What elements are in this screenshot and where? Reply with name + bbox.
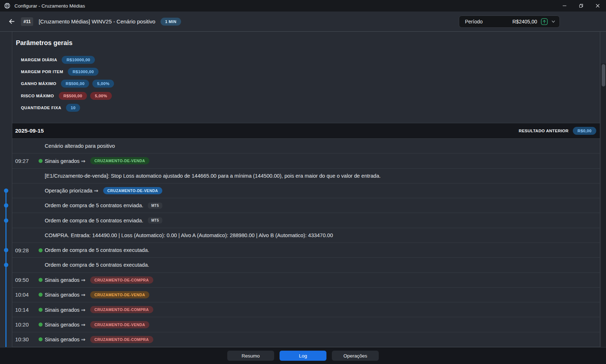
log-time: 09:27 [15, 158, 34, 164]
parameter-value-badge: 5,00% [92, 80, 114, 88]
period-value: R$2405,00 [512, 19, 537, 25]
tab-log[interactable]: Log [280, 351, 326, 361]
chevron-down-icon [551, 19, 556, 24]
close-button[interactable] [589, 0, 606, 12]
status-dot [39, 159, 43, 163]
window-title: Configurar - Cruzamento Médias [14, 3, 85, 9]
log-row: 10:30 Sinais gerados ⇒ CRUZAMENTO-DE-COM… [12, 332, 600, 347]
signal-badge: CRUZAMENTO-DE-VENDA [90, 321, 149, 328]
parameter-row: GANHO MÁXIMO R$500,005,00% [21, 78, 591, 90]
log-message: Cenário alterado para positivo [45, 143, 115, 149]
parameter-value-badge: R$500,00 [59, 92, 87, 100]
signal-badge: CRUZAMENTO-DE-VENDA [90, 291, 149, 298]
content-area: Parâmetros gerais MARGEM DIÁRIA R$10000,… [0, 32, 606, 347]
log-row: Operação priorizada ⇒ CRUZAMENTO-DE-VEND… [12, 183, 600, 198]
signal-badge: MT5 [148, 203, 162, 209]
timeline-dot [4, 203, 8, 208]
title-bar: Configurar - Cruzamento Médias [0, 0, 606, 12]
log-message: Sinais gerados ⇒ [45, 321, 85, 328]
timeline-dot [4, 248, 8, 252]
log-row: 09:50 Sinais gerados ⇒ CRUZAMENTO-DE-COM… [12, 273, 600, 288]
log-time: 10:04 [15, 292, 34, 298]
parameter-label: QUANTIDADE FIXA [21, 106, 61, 110]
back-button[interactable] [6, 17, 17, 27]
parameter-label: MARGEM DIÁRIA [21, 58, 57, 62]
parameter-value-badge: R$500,00 [61, 80, 89, 88]
status-dot [39, 337, 43, 341]
log-message: Sinais gerados ⇒ [45, 336, 85, 342]
signal-badge: CRUZAMENTO-DE-COMPRA [90, 276, 153, 284]
log-row: Ordem de compra de 5 contratos enviada. … [12, 198, 600, 213]
parameter-value-badge: 5,00% [90, 92, 112, 100]
parameter-row: MARGEM POR ITEM R$1000,00 [21, 66, 591, 77]
log-row: 09:28 Ordem de compra de 5 contratos exe… [12, 243, 600, 258]
log-row: Ordem de compra de 5 contratos executada… [12, 258, 600, 272]
status-dot [39, 308, 43, 312]
footer-tab-bar: ResumoLogOperações [0, 347, 606, 364]
period-selector[interactable]: Período R$2405,00 [459, 15, 560, 28]
tab-operacoes[interactable]: Operações [332, 351, 379, 361]
timeline-dot [4, 263, 8, 267]
log-row: [E1/Cruzamento-de-venda]: Stop Loss auto… [12, 169, 600, 183]
parameter-row: MARGEM DIÁRIA R$10000,00 [21, 54, 591, 66]
restore-button[interactable] [573, 0, 589, 12]
log-row: 10:20 Sinais gerados ⇒ CRUZAMENTO-DE-VEN… [12, 317, 600, 332]
log-message: Ordem de compra de 5 contratos enviada. [45, 203, 143, 208]
parameter-row: QUANTIDADE FIXA 10 [21, 102, 591, 114]
log-message: Operação priorizada ⇒ [45, 187, 98, 194]
window-controls [556, 0, 606, 12]
period-label: Período [465, 19, 483, 25]
timeline-line [5, 191, 6, 347]
tab-resumo[interactable]: Resumo [227, 351, 274, 361]
signal-badge: CRUZAMENTO-DE-VENDA [90, 157, 149, 164]
log-row: 10:04 Sinais gerados ⇒ CRUZAMENTO-DE-VEN… [12, 288, 600, 302]
log-time: 10:30 [15, 336, 34, 342]
status-dot [39, 248, 43, 252]
log-row: 10:14 Sinais gerados ⇒ CRUZAMENTO-DE-COM… [12, 302, 600, 317]
arrow-up-square-icon [541, 18, 548, 25]
parameter-value-badge: R$10000,00 [62, 56, 95, 64]
signal-badge: CRUZAMENTO-DE-COMPRA [90, 306, 153, 313]
parameter-row: RISCO MÁXIMO R$500,005,00% [21, 90, 591, 102]
page-title: [Cruzamento Médias] WINV25 - Cenário pos… [39, 18, 155, 25]
scrollbar-thumb[interactable] [602, 64, 605, 86]
section-heading: Parâmetros gerais [16, 39, 73, 47]
log-message: Ordem de compra de 5 contratos executada… [45, 262, 149, 268]
parameter-value-badge: R$1000,00 [68, 68, 98, 76]
log-panel: Parâmetros gerais MARGEM DIÁRIA R$10000,… [12, 32, 600, 347]
status-dot [39, 293, 43, 297]
signal-badge: CRUZAMENTO-DE-COMPRA [90, 336, 153, 343]
parameter-list: MARGEM DIÁRIA R$10000,00 MARGEM POR ITEM… [21, 54, 591, 114]
log-row-list: Cenário alterado para positivo 09:27 Sin… [12, 139, 600, 347]
parameter-label: GANHO MÁXIMO [21, 81, 56, 86]
previous-result-label: RESULTADO ANTERIOR [519, 129, 568, 133]
log-time: 10:20 [15, 321, 34, 328]
timeline-dot [4, 218, 8, 223]
log-message: COMPRA. Entrada: 144490.00 | Loss (Autom… [45, 232, 333, 238]
page-header: #11 [Cruzamento Médias] WINV25 - Cenário… [0, 12, 606, 32]
log-time: 09:28 [15, 247, 34, 253]
signal-badge: MT5 [148, 217, 162, 223]
general-parameters-section: Parâmetros gerais MARGEM DIÁRIA R$10000,… [12, 32, 600, 123]
previous-result-badge: R$0,00 [573, 127, 596, 135]
minimize-button[interactable] [556, 0, 573, 12]
scrollbar-track[interactable] [601, 63, 606, 364]
log-message: Sinais gerados ⇒ [45, 158, 85, 164]
log-row: COMPRA. Entrada: 144490.00 | Loss (Autom… [12, 228, 600, 243]
log-row: 09:27 Sinais gerados ⇒ CRUZAMENTO-DE-VEN… [12, 154, 600, 168]
log-message: Sinais gerados ⇒ [45, 307, 85, 313]
log-date: 2025-09-15 [15, 128, 44, 134]
log-message: Sinais gerados ⇒ [45, 277, 85, 283]
signal-badge: CRUZAMENTO-DE-VENDA [103, 187, 162, 194]
log-message: Sinais gerados ⇒ [45, 292, 85, 298]
status-dot [39, 278, 43, 282]
log-message: [E1/Cruzamento-de-venda]: Stop Loss auto… [45, 173, 381, 179]
robot-app-icon [4, 2, 11, 9]
log-row: Cenário alterado para positivo [12, 139, 600, 154]
log-row: Ordem de compra de 5 contratos enviada. … [12, 213, 600, 228]
log-time: 09:50 [15, 277, 34, 283]
log-message: Ordem de compra de 5 contratos executada… [45, 247, 149, 253]
date-section-header: 2025-09-15 RESULTADO ANTERIOR R$0,00 [12, 123, 600, 139]
parameter-value-badge: 10 [66, 104, 80, 112]
log-message: Ordem de compra de 5 contratos enviada. [45, 218, 143, 223]
